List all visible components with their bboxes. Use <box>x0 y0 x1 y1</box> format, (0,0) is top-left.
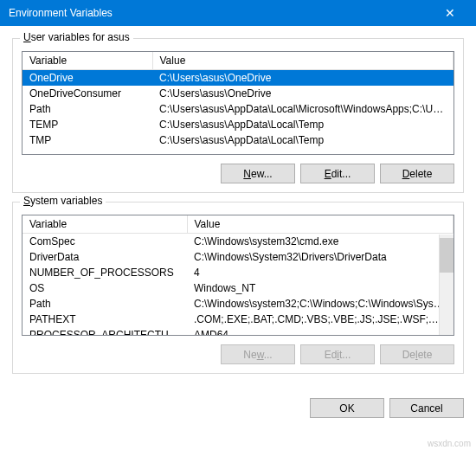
system-variables-group: System variables Variable Value ComSpec … <box>12 202 464 374</box>
user-variables-table-wrap: Variable Value OneDrive C:\Users\asus\On… <box>22 51 454 155</box>
system-variables-table-wrap: Variable Value ComSpec C:\Windows\system… <box>22 215 454 336</box>
delete-user-var-button[interactable]: Delete <box>380 164 454 183</box>
column-header-value[interactable]: Value <box>152 52 453 70</box>
table-row[interactable]: NUMBER_OF_PROCESSORS 4 <box>23 265 453 280</box>
scrollbar[interactable] <box>439 235 453 335</box>
cell-value: C:\Users\asus\AppData\Local\Microsoft\Wi… <box>152 101 453 117</box>
cell-variable: OneDriveConsumer <box>23 86 152 101</box>
cell-value: 4 <box>187 265 453 280</box>
column-header-variable[interactable]: Variable <box>23 52 152 70</box>
user-buttons-row: New... Edit... Delete <box>22 164 454 183</box>
table-row[interactable]: TEMP C:\Users\asus\AppData\Local\Temp <box>23 117 453 132</box>
cell-variable: TMP <box>23 132 152 148</box>
watermark: wsxdn.com <box>428 439 471 448</box>
table-row[interactable]: PATHEXT .COM;.EXE;.BAT;.CMD;.VBS;.VBE;.J… <box>23 312 453 327</box>
user-variables-group: User variables for asus Variable Value O… <box>12 38 464 193</box>
user-variables-table[interactable]: Variable Value OneDrive C:\Users\asus\On… <box>23 52 453 148</box>
table-row[interactable]: PROCESSOR_ARCHITECTURE AMD64 <box>23 327 453 336</box>
cell-variable: Path <box>23 101 152 117</box>
edit-system-var-button[interactable]: Edit... <box>300 344 375 364</box>
system-buttons-row: New... Edit... Delete <box>22 344 454 364</box>
table-row[interactable]: TMP C:\Users\asus\AppData\Local\Temp <box>23 132 453 148</box>
table-row[interactable]: ComSpec C:\Windows\system32\cmd.exe <box>23 234 453 250</box>
cell-variable: PROCESSOR_ARCHITECTURE <box>23 327 187 336</box>
cell-value: C:\Users\asus\AppData\Local\Temp <box>152 117 453 132</box>
ok-button[interactable]: OK <box>310 398 384 418</box>
cell-variable: TEMP <box>23 117 152 132</box>
cell-variable: Path <box>23 296 187 312</box>
table-row[interactable]: Path C:\Windows\system32;C:\Windows;C:\W… <box>23 296 453 312</box>
cell-variable: NUMBER_OF_PROCESSORS <box>23 265 187 280</box>
cell-value: C:\Users\asus\OneDrive <box>152 86 453 101</box>
table-row[interactable]: DriverData C:\Windows\System32\Drivers\D… <box>23 249 453 265</box>
column-header-variable[interactable]: Variable <box>23 215 187 234</box>
cancel-button[interactable]: Cancel <box>389 398 464 418</box>
titlebar[interactable]: Environment Variables ✕ <box>0 0 476 26</box>
cell-variable: DriverData <box>23 249 187 265</box>
new-user-var-button[interactable]: New... <box>221 164 295 183</box>
system-variables-label: System variables <box>20 195 106 207</box>
cell-value: .COM;.EXE;.BAT;.CMD;.VBS;.VBE;.JS;.JSE;.… <box>187 312 453 327</box>
table-row[interactable]: OS Windows_NT <box>23 280 453 296</box>
window-title: Environment Variables <box>9 7 113 19</box>
cell-value: C:\Users\asus\AppData\Local\Temp <box>152 132 453 148</box>
cell-value: C:\Windows\system32;C:\Windows;C:\Window… <box>187 296 453 312</box>
delete-system-var-button[interactable]: Delete <box>380 344 454 364</box>
cell-value: Windows_NT <box>187 280 453 296</box>
cell-value: C:\Windows\system32\cmd.exe <box>187 234 453 250</box>
dialog-footer: OK Cancel <box>0 391 476 430</box>
table-row[interactable]: Path C:\Users\asus\AppData\Local\Microso… <box>23 101 453 117</box>
cell-variable: OneDrive <box>23 70 152 87</box>
column-header-value[interactable]: Value <box>187 215 453 234</box>
cell-value: C:\Users\asus\OneDrive <box>152 70 453 87</box>
cell-variable: ComSpec <box>23 234 187 250</box>
cell-variable: PATHEXT <box>23 312 187 327</box>
table-row[interactable]: OneDrive C:\Users\asus\OneDrive <box>23 70 453 87</box>
cell-value: AMD64 <box>187 327 453 336</box>
new-system-var-button[interactable]: New... <box>221 344 295 364</box>
cell-variable: OS <box>23 280 187 296</box>
system-variables-table[interactable]: Variable Value ComSpec C:\Windows\system… <box>23 215 453 336</box>
dialog-content: User variables for asus Variable Value O… <box>0 26 476 391</box>
user-variables-label: User variables for asus <box>20 31 133 43</box>
cell-value: C:\Windows\System32\Drivers\DriverData <box>187 249 453 265</box>
edit-user-var-button[interactable]: Edit... <box>300 164 375 183</box>
table-row[interactable]: OneDriveConsumer C:\Users\asus\OneDrive <box>23 86 453 101</box>
close-icon[interactable]: ✕ <box>433 6 467 20</box>
scroll-thumb[interactable] <box>440 238 453 273</box>
